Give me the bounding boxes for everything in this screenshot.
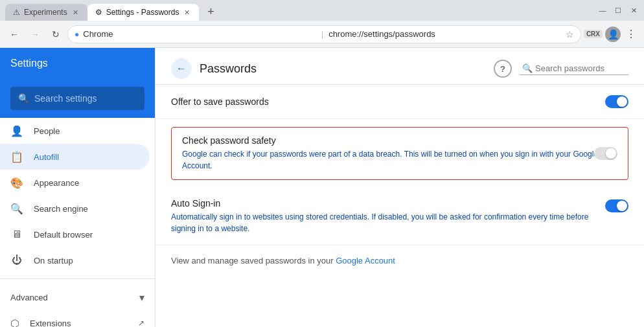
- sidebar-item-appearance[interactable]: 🎨 Appearance: [0, 170, 155, 196]
- settings-tab-icon: ⚙: [95, 8, 102, 17]
- tab-settings-passwords[interactable]: ⚙ Settings - Passwords ✕: [87, 4, 200, 21]
- help-button[interactable]: ?: [494, 60, 512, 78]
- tab-experiments[interactable]: ⚠ Experiments ✕: [5, 4, 87, 21]
- address-scheme-label: Chrome: [83, 29, 316, 39]
- view-saved-passwords-row: View and manage saved passwords in your …: [155, 245, 644, 276]
- passwords-content: ← Passwords ? 🔍 Offer to save passwords …: [155, 48, 644, 289]
- settings-tab-label: Settings - Passwords: [106, 8, 179, 17]
- password-search-input[interactable]: [535, 63, 626, 73]
- safety-toggle-container: [594, 147, 617, 160]
- safety-title: Check password safety: [182, 135, 617, 146]
- safety-toggle-knob: [606, 148, 616, 159]
- crx-button[interactable]: CRX: [584, 30, 603, 38]
- experiments-tab-close[interactable]: ✕: [71, 7, 80, 18]
- sidebar-item-default-browser[interactable]: 🖥 Default browser: [0, 221, 155, 247]
- sidebar-header: Settings: [0, 48, 155, 79]
- sidebar-item-label-people: People: [34, 126, 60, 136]
- people-icon: 👤: [10, 125, 23, 137]
- sidebar-item-autofill[interactable]: 📋 Autofill: [0, 144, 150, 170]
- appearance-icon: 🎨: [10, 177, 23, 189]
- sidebar-item-search-engine[interactable]: 🔍 Search engine: [0, 196, 155, 221]
- advanced-arrow-icon: ▾: [139, 291, 144, 304]
- experiments-tab-label: Experiments: [24, 8, 67, 17]
- search-icon: 🔍: [18, 93, 29, 104]
- auto-sign-in-description: Automatically sign in to websites using …: [171, 211, 595, 234]
- close-button[interactable]: ✕: [628, 5, 639, 16]
- extensions-external-icon: ↗: [138, 319, 144, 327]
- main-layout: Settings 🔍 👤 People 📋 Autofill 🎨 Appeara…: [0, 48, 644, 327]
- bookmark-button[interactable]: ☆: [566, 29, 574, 39]
- tabs-container: ⚠ Experiments ✕ ⚙ Settings - Passwords ✕…: [5, 0, 220, 21]
- sidebar-item-label-autofill: Autofill: [34, 152, 59, 162]
- content-area: ← Passwords ? 🔍 Offer to save passwords …: [155, 48, 644, 327]
- maximize-button[interactable]: ☐: [613, 5, 623, 16]
- sidebar-advanced-section[interactable]: Advanced ▾: [0, 284, 155, 310]
- chrome-menu-button[interactable]: ⋮: [623, 25, 639, 43]
- autofill-icon: 📋: [10, 151, 23, 163]
- address-url: chrome://settings/passwords: [328, 29, 562, 39]
- offer-to-save-toggle-knob: [617, 96, 627, 107]
- password-search-icon: 🔍: [522, 63, 533, 73]
- passwords-title: Passwords: [200, 62, 486, 76]
- account-button[interactable]: 👤: [605, 27, 621, 42]
- offer-to-save-toggle[interactable]: [605, 95, 628, 108]
- address-bar[interactable]: ● Chrome | chrome://settings/passwords ☆: [67, 25, 581, 43]
- sidebar-item-label-on-startup: On startup: [34, 256, 73, 265]
- auto-sign-in-text: Auto Sign-in Automatically sign in to we…: [171, 198, 595, 234]
- sidebar-item-label-default-browser: Default browser: [34, 230, 93, 240]
- passwords-back-button[interactable]: ←: [171, 58, 192, 79]
- sidebar-item-label-search-engine: Search engine: [34, 204, 88, 214]
- minimize-button[interactable]: —: [597, 5, 608, 16]
- sidebar-item-label-appearance: Appearance: [34, 178, 79, 188]
- titlebar: ⚠ Experiments ✕ ⚙ Settings - Passwords ✕…: [0, 0, 644, 21]
- settings-search-input[interactable]: [34, 93, 148, 104]
- auto-sign-in-toggle-knob: [617, 201, 627, 211]
- extensions-icon: ⬡: [10, 317, 19, 328]
- view-saved-prefix: View and manage saved passwords in your: [171, 256, 336, 265]
- settings-search-box[interactable]: 🔍: [10, 87, 144, 110]
- new-tab-button[interactable]: +: [201, 3, 220, 21]
- sidebar-item-extensions[interactable]: ⬡ Extensions ↗: [0, 310, 155, 327]
- check-password-safety-box: Check password safety Google can check i…: [171, 127, 628, 180]
- google-account-link[interactable]: Google Account: [336, 256, 395, 265]
- search-engine-icon: 🔍: [10, 203, 23, 215]
- advanced-label: Advanced: [10, 293, 48, 302]
- auto-sign-in-title: Auto Sign-in: [171, 198, 595, 209]
- sidebar: Settings 🔍 👤 People 📋 Autofill 🎨 Appeara…: [0, 48, 155, 327]
- safety-toggle[interactable]: [594, 147, 617, 160]
- sidebar-title: Settings: [10, 58, 48, 69]
- sidebar-divider: [0, 278, 155, 279]
- settings-search-container: 🔍: [0, 79, 155, 118]
- back-button[interactable]: ←: [5, 25, 23, 43]
- address-scheme-icon: ●: [75, 30, 79, 39]
- sidebar-item-people[interactable]: 👤 People: [0, 118, 155, 144]
- on-startup-icon: ⏻: [10, 254, 23, 266]
- experiments-tab-icon: ⚠: [13, 8, 20, 17]
- offer-to-save-row: Offer to save passwords: [155, 85, 644, 119]
- auto-sign-in-toggle[interactable]: [605, 199, 628, 212]
- auto-sign-in-row: Auto Sign-in Automatically sign in to we…: [155, 188, 644, 245]
- password-search-box[interactable]: 🔍: [520, 62, 628, 75]
- offer-to-save-label: Offer to save passwords: [171, 96, 605, 107]
- extensions-label: Extensions: [30, 319, 71, 328]
- forward-button[interactable]: →: [26, 25, 44, 43]
- window-controls: — ☐ ✕: [597, 5, 639, 16]
- settings-tab-close[interactable]: ✕: [183, 7, 191, 18]
- safety-description: Google can check if your passwords were …: [182, 148, 617, 172]
- navbar: ← → ↻ ● Chrome | chrome://settings/passw…: [0, 21, 644, 48]
- default-browser-icon: 🖥: [10, 229, 23, 240]
- passwords-header: ← Passwords ? 🔍: [155, 48, 644, 85]
- refresh-button[interactable]: ↻: [47, 25, 65, 43]
- sidebar-item-on-startup[interactable]: ⏻ On startup: [0, 247, 155, 273]
